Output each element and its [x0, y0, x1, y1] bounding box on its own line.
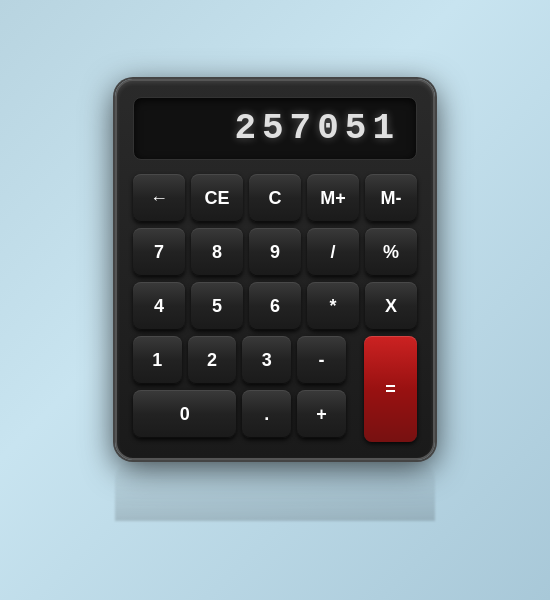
button-row-4: 1 2 3 - 0 . + = — [133, 336, 417, 442]
decimal-button[interactable]: . — [242, 390, 291, 438]
multiply-button[interactable]: * — [307, 282, 359, 330]
divide-button[interactable]: / — [307, 228, 359, 276]
button-row-2: 7 8 9 / % — [133, 228, 417, 276]
display-value: 257051 — [234, 108, 400, 149]
page-wrapper: 257051 ← CE C M+ M- 7 8 9 / % 4 5 — [115, 79, 435, 521]
five-button[interactable]: 5 — [191, 282, 243, 330]
three-button[interactable]: 3 — [242, 336, 291, 384]
mem-plus-button[interactable]: M+ — [307, 174, 359, 222]
nine-button[interactable]: 9 — [249, 228, 301, 276]
mem-minus-button[interactable]: M- — [365, 174, 417, 222]
button-row-5: 0 . + — [133, 390, 346, 438]
two-button[interactable]: 2 — [188, 336, 237, 384]
close-button[interactable]: X — [365, 282, 417, 330]
backspace-button[interactable]: ← — [133, 174, 185, 222]
add-button[interactable]: + — [297, 390, 346, 438]
zero-button[interactable]: 0 — [133, 390, 236, 438]
equals-button[interactable]: = — [364, 336, 417, 442]
percent-button[interactable]: % — [365, 228, 417, 276]
six-button[interactable]: 6 — [249, 282, 301, 330]
buttons-grid: ← CE C M+ M- 7 8 9 / % 4 5 6 * X — [133, 174, 417, 442]
subtract-button[interactable]: - — [297, 336, 346, 384]
button-row-4-inner: 1 2 3 - — [133, 336, 346, 384]
ce-button[interactable]: CE — [191, 174, 243, 222]
clear-button[interactable]: C — [249, 174, 301, 222]
seven-button[interactable]: 7 — [133, 228, 185, 276]
calculator-reflection — [115, 461, 435, 521]
button-row-1: ← CE C M+ M- — [133, 174, 417, 222]
one-button[interactable]: 1 — [133, 336, 182, 384]
eight-button[interactable]: 8 — [191, 228, 243, 276]
four-button[interactable]: 4 — [133, 282, 185, 330]
button-row-3: 4 5 6 * X — [133, 282, 417, 330]
calculator-body: 257051 ← CE C M+ M- 7 8 9 / % 4 5 — [115, 79, 435, 460]
display-panel: 257051 — [133, 97, 417, 160]
